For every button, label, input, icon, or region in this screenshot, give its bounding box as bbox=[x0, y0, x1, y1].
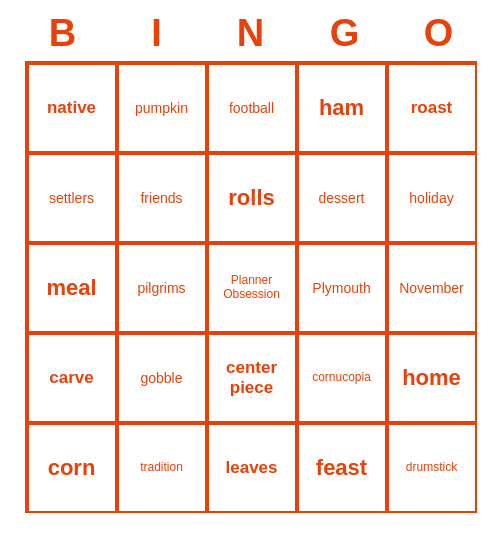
bingo-cell-17: center piece bbox=[207, 333, 297, 423]
bingo-cell-22: leaves bbox=[207, 423, 297, 513]
bingo-letter-G: G bbox=[301, 12, 389, 55]
bingo-cell-16: gobble bbox=[117, 333, 207, 423]
bingo-cell-18: cornucopia bbox=[297, 333, 387, 423]
bingo-cell-12: Planner Obsession bbox=[207, 243, 297, 333]
bingo-cell-0: native bbox=[27, 63, 117, 153]
bingo-cell-11: pilgrims bbox=[117, 243, 207, 333]
bingo-cell-23: feast bbox=[297, 423, 387, 513]
bingo-cell-19: home bbox=[387, 333, 477, 423]
bingo-cell-10: meal bbox=[27, 243, 117, 333]
bingo-cell-7: rolls bbox=[207, 153, 297, 243]
bingo-cell-15: carve bbox=[27, 333, 117, 423]
bingo-cell-6: friends bbox=[117, 153, 207, 243]
bingo-cell-4: roast bbox=[387, 63, 477, 153]
bingo-cell-3: ham bbox=[297, 63, 387, 153]
bingo-cell-8: dessert bbox=[297, 153, 387, 243]
bingo-letter-I: I bbox=[113, 12, 201, 55]
bingo-cell-20: corn bbox=[27, 423, 117, 513]
bingo-cell-1: pumpkin bbox=[117, 63, 207, 153]
bingo-grid: nativepumpkinfootballhamroastsettlersfri… bbox=[25, 61, 477, 513]
bingo-letter-B: B bbox=[19, 12, 107, 55]
bingo-cell-24: drumstick bbox=[387, 423, 477, 513]
bingo-letter-N: N bbox=[207, 12, 295, 55]
bingo-letter-O: O bbox=[395, 12, 483, 55]
bingo-cell-13: Plymouth bbox=[297, 243, 387, 333]
bingo-cell-21: tradition bbox=[117, 423, 207, 513]
bingo-cell-14: November bbox=[387, 243, 477, 333]
bingo-cell-5: settlers bbox=[27, 153, 117, 243]
bingo-cell-9: holiday bbox=[387, 153, 477, 243]
bingo-cell-2: football bbox=[207, 63, 297, 153]
bingo-header: BINGO bbox=[16, 0, 486, 61]
